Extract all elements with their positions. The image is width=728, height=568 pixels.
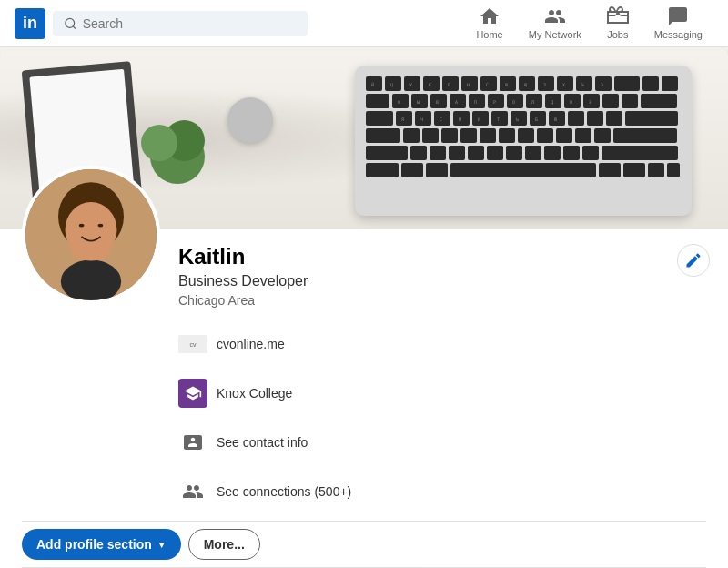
svg-rect-33 <box>366 111 393 126</box>
svg-text:Й: Й <box>371 82 374 87</box>
svg-rect-15 <box>614 76 640 91</box>
svg-rect-54 <box>518 128 534 143</box>
svg-text:Д: Д <box>551 99 553 105</box>
edit-profile-button[interactable] <box>677 244 710 277</box>
avatar <box>22 166 160 304</box>
nav-item-messaging[interactable]: Messaging <box>643 2 713 46</box>
messaging-icon <box>667 5 689 27</box>
svg-rect-47 <box>366 128 400 143</box>
nav-item-jobs[interactable]: Jobs <box>596 2 640 46</box>
svg-rect-78 <box>648 163 664 178</box>
svg-rect-16 <box>642 76 659 91</box>
svg-rect-70 <box>582 146 599 160</box>
connections-link[interactable]: See connections (500+) <box>178 470 706 513</box>
svg-text:Ь: Ь <box>516 117 519 122</box>
search-icon <box>64 16 77 31</box>
svg-rect-57 <box>575 128 592 143</box>
svg-text:Ж: Ж <box>570 99 572 105</box>
svg-point-117 <box>98 224 104 228</box>
svg-rect-56 <box>556 128 572 143</box>
svg-rect-48 <box>403 128 420 143</box>
cvonline-label: cvonline.me <box>217 337 285 351</box>
svg-rect-69 <box>563 146 580 160</box>
svg-rect-68 <box>544 146 561 160</box>
school-icon-wrapper <box>178 379 207 408</box>
cup-decoration <box>228 97 273 143</box>
cvonline-link[interactable]: cv cvonline.me <box>178 322 706 366</box>
profile-card: ЙЦУКЕНГШЩЗХЪЭ ФЫВАПРОЛДЖЭ ЯЧСМИТЬБЮ <box>0 47 728 568</box>
school-link[interactable]: Knox College <box>178 371 706 415</box>
keyboard-keys: ЙЦУКЕНГШЩЗХЪЭ ФЫВАПРОЛДЖЭ ЯЧСМИТЬБЮ <box>364 75 682 207</box>
dropdown-arrow-icon: ▼ <box>157 540 167 550</box>
svg-rect-72 <box>366 163 399 178</box>
plant-decoration <box>146 120 218 193</box>
svg-rect-49 <box>422 128 439 143</box>
search-box[interactable] <box>53 11 308 36</box>
svg-point-120 <box>72 243 110 260</box>
svg-rect-18 <box>366 94 389 108</box>
svg-rect-60 <box>366 146 408 160</box>
nav-network-label: My Network <box>529 29 581 40</box>
svg-text:Т: Т <box>497 117 500 122</box>
cvonline-icon: cv <box>178 330 207 359</box>
svg-rect-67 <box>525 146 541 160</box>
svg-rect-76 <box>599 163 621 178</box>
svg-rect-52 <box>480 128 496 143</box>
svg-rect-50 <box>441 128 458 143</box>
svg-rect-51 <box>460 128 477 143</box>
profile-name: Kaitlin <box>178 244 706 269</box>
nav-item-home[interactable]: Home <box>465 2 513 46</box>
svg-text:Г: Г <box>486 82 489 87</box>
more-label: More... <box>204 537 245 552</box>
navbar: in Home My Network Jobs <box>0 0 728 47</box>
buttons-row: Add profile section ▼ More... <box>22 529 706 560</box>
svg-rect-77 <box>623 163 645 178</box>
jobs-icon <box>607 5 629 27</box>
nav-item-network[interactable]: My Network <box>518 2 592 46</box>
add-profile-section-button[interactable]: Add profile section ▼ <box>22 529 181 560</box>
add-section-label: Add profile section <box>36 537 152 552</box>
svg-text:Я: Я <box>401 117 404 122</box>
svg-rect-61 <box>410 146 427 160</box>
svg-text:С: С <box>440 117 442 122</box>
svg-rect-30 <box>602 94 619 108</box>
svg-text:Х: Х <box>562 82 565 87</box>
svg-rect-64 <box>468 146 484 160</box>
connections-icon <box>178 477 207 506</box>
svg-rect-17 <box>662 76 678 91</box>
people-icon <box>182 481 204 502</box>
logo-text: in <box>23 14 37 33</box>
svg-rect-65 <box>487 146 503 160</box>
contact-icon <box>178 428 207 457</box>
connections-label: See connections (500+) <box>217 484 351 499</box>
linkedin-logo[interactable]: in <box>15 8 46 39</box>
home-icon <box>479 5 500 27</box>
svg-rect-59 <box>613 128 677 143</box>
svg-rect-58 <box>594 128 611 143</box>
svg-text:Ю: Ю <box>554 117 557 122</box>
svg-rect-66 <box>506 146 522 160</box>
svg-rect-44 <box>587 111 603 126</box>
profile-title: Business Developer <box>178 273 706 289</box>
svg-text:Р: Р <box>493 99 496 105</box>
nav-jobs-label: Jobs <box>607 29 628 40</box>
svg-text:Э: Э <box>601 82 603 87</box>
svg-text:Ъ: Ъ <box>581 82 584 87</box>
contact-info-link[interactable]: See contact info <box>178 421 706 464</box>
svg-line-1 <box>73 25 76 28</box>
svg-rect-62 <box>430 146 446 160</box>
more-button[interactable]: More... <box>188 529 260 560</box>
nav-items: Home My Network Jobs Messaging <box>465 2 713 46</box>
nav-messaging-label: Messaging <box>654 29 703 40</box>
svg-rect-63 <box>449 146 465 160</box>
svg-text:Л: Л <box>531 99 534 105</box>
svg-text:В: В <box>436 99 439 105</box>
search-input[interactable] <box>83 16 297 31</box>
svg-text:Ч: Ч <box>420 117 423 122</box>
svg-rect-73 <box>401 163 423 178</box>
svg-text:Щ: Щ <box>524 82 527 87</box>
school-label: Knox College <box>217 386 292 401</box>
action-buttons-area: Add profile section ▼ More... <box>0 529 728 560</box>
avatar-placeholder <box>25 169 157 300</box>
svg-text:Е: Е <box>448 82 450 87</box>
